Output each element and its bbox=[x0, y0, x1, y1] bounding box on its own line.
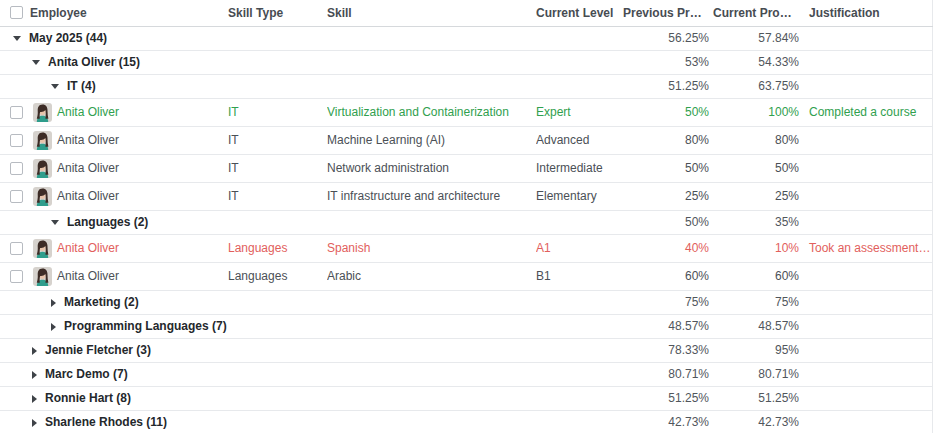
group-label-cell: May 2025 (44) bbox=[0, 26, 623, 50]
employee-name: Anita Oliver bbox=[57, 161, 119, 175]
skill-type: IT bbox=[228, 105, 239, 119]
current-level-cell: Elementary bbox=[536, 182, 623, 210]
caret-right-icon[interactable] bbox=[32, 347, 37, 355]
skill-cell: Network administration bbox=[327, 154, 536, 182]
record-row[interactable]: Anita OliverITNetwork administrationInte… bbox=[0, 154, 933, 182]
skill-type-cell: Languages bbox=[228, 234, 327, 262]
skill-type-cell: IT bbox=[228, 182, 327, 210]
column-header-current-level[interactable]: Current Level bbox=[536, 0, 623, 26]
employee-name: Anita Oliver bbox=[57, 269, 119, 283]
row-checkbox[interactable] bbox=[10, 270, 23, 283]
group-current-progress: 63.75% bbox=[713, 74, 803, 98]
group-label: Jennie Fletcher (3) bbox=[45, 343, 151, 357]
employee: Anita Oliver bbox=[33, 187, 228, 206]
group-label: Marc Demo (7) bbox=[45, 367, 128, 381]
skill-type: Languages bbox=[228, 269, 287, 283]
caret-down-icon[interactable] bbox=[13, 36, 21, 41]
row-checkbox[interactable] bbox=[10, 190, 23, 203]
previous-progress-cell: 80% bbox=[623, 126, 713, 154]
employee-cell: Anita Oliver bbox=[30, 234, 228, 262]
current-level-cell: A1 bbox=[536, 234, 623, 262]
group-justification-cell bbox=[803, 26, 933, 50]
caret-right-icon[interactable] bbox=[51, 323, 56, 331]
group-previous-progress: 53% bbox=[623, 50, 713, 74]
group-justification-cell bbox=[803, 314, 933, 338]
record-row[interactable]: Anita OliverLanguagesArabicB160%60% bbox=[0, 262, 933, 290]
skill: IT infrastructure and architecture bbox=[327, 189, 500, 203]
group-previous-progress: 51.25% bbox=[623, 74, 713, 98]
group-current-progress: 48.57% bbox=[713, 314, 803, 338]
justification-cell bbox=[803, 182, 933, 210]
row-checkbox[interactable] bbox=[10, 134, 23, 147]
current-level: Intermediate bbox=[536, 161, 603, 175]
employee-avatar bbox=[33, 103, 52, 122]
record-row[interactable]: Anita OliverITIT infrastructure and arch… bbox=[0, 182, 933, 210]
skill: Arabic bbox=[327, 269, 361, 283]
current-progress: 60% bbox=[775, 269, 799, 283]
row-checkbox[interactable] bbox=[10, 242, 23, 255]
group-label: Programming Languages (7) bbox=[64, 319, 227, 333]
group-label: Anita Oliver (15) bbox=[48, 55, 140, 69]
previous-progress: 50% bbox=[685, 105, 709, 119]
group-justification-cell bbox=[803, 386, 933, 410]
group-row[interactable]: IT (4)51.25%63.75% bbox=[0, 74, 933, 98]
caret-down-icon[interactable] bbox=[51, 220, 59, 225]
current-progress-cell: 25% bbox=[713, 182, 803, 210]
group-row[interactable]: May 2025 (44)56.25%57.84% bbox=[0, 26, 933, 50]
caret-right-icon[interactable] bbox=[32, 395, 37, 403]
employee-cell: Anita Oliver bbox=[30, 126, 228, 154]
caret-right-icon[interactable] bbox=[32, 371, 37, 379]
group-previous-progress: 80.71% bbox=[623, 362, 713, 386]
employee-avatar bbox=[33, 187, 52, 206]
group-current-progress: 80.71% bbox=[713, 362, 803, 386]
record-row[interactable]: Anita OliverLanguagesSpanishA140%10%Took… bbox=[0, 234, 933, 262]
group-current-progress: 51.25% bbox=[713, 386, 803, 410]
current-progress-cell: 100% bbox=[713, 98, 803, 126]
group-previous-progress: 75% bbox=[623, 290, 713, 314]
group-previous-progress: 48.57% bbox=[623, 314, 713, 338]
skill: Virtualization and Containerization bbox=[327, 105, 509, 119]
select-all-checkbox[interactable] bbox=[10, 6, 23, 19]
group-row[interactable]: Anita Oliver (15)53%54.33% bbox=[0, 50, 933, 74]
current-level-cell: Expert bbox=[536, 98, 623, 126]
group-label: IT (4) bbox=[67, 79, 96, 93]
column-header-employee[interactable]: Employee bbox=[30, 0, 228, 26]
group-row[interactable]: Marketing (2)75%75% bbox=[0, 290, 933, 314]
group-label: Ronnie Hart (8) bbox=[45, 391, 131, 405]
caret-right-icon[interactable] bbox=[32, 419, 37, 427]
row-checkbox[interactable] bbox=[10, 162, 23, 175]
group-justification-cell bbox=[803, 50, 933, 74]
skill-type: IT bbox=[228, 189, 239, 203]
column-header-current-progress[interactable]: Current Progress bbox=[713, 0, 803, 26]
group-row[interactable]: Programming Languages (7)48.57%48.57% bbox=[0, 314, 933, 338]
group-row[interactable]: Languages (2)50%35% bbox=[0, 210, 933, 234]
group-row[interactable]: Jennie Fletcher (3)78.33%95% bbox=[0, 338, 933, 362]
record-row[interactable]: Anita OliverITMachine Learning (AI)Advan… bbox=[0, 126, 933, 154]
previous-progress: 60% bbox=[685, 269, 709, 283]
caret-down-icon[interactable] bbox=[51, 84, 59, 89]
previous-progress-cell: 60% bbox=[623, 262, 713, 290]
employee-avatar bbox=[33, 159, 52, 178]
record-row[interactable]: Anita OliverITVirtualization and Contain… bbox=[0, 98, 933, 126]
previous-progress-cell: 50% bbox=[623, 154, 713, 182]
group-row[interactable]: Sharlene Rhodes (11)42.73%42.73% bbox=[0, 410, 933, 433]
caret-down-icon[interactable] bbox=[32, 60, 40, 65]
group-row[interactable]: Ronnie Hart (8)51.25%51.25% bbox=[0, 386, 933, 410]
column-header-skill[interactable]: Skill bbox=[327, 0, 536, 26]
group-row[interactable]: Marc Demo (7)80.71%80.71% bbox=[0, 362, 933, 386]
employee-cell: Anita Oliver bbox=[30, 182, 228, 210]
column-header-previous-progress[interactable]: Previous Progress bbox=[623, 0, 713, 26]
employee-cell: Anita Oliver bbox=[30, 154, 228, 182]
row-checkbox-cell bbox=[0, 126, 30, 154]
row-checkbox[interactable] bbox=[10, 106, 23, 119]
group-label: Languages (2) bbox=[67, 215, 148, 229]
current-progress-cell: 80% bbox=[713, 126, 803, 154]
table-header-row: Employee Skill Type Skill Current Level … bbox=[0, 0, 933, 26]
skill-type: IT bbox=[228, 133, 239, 147]
column-header-skill-type[interactable]: Skill Type bbox=[228, 0, 327, 26]
skill-cell: Arabic bbox=[327, 262, 536, 290]
column-header-justification[interactable]: Justification bbox=[803, 0, 933, 26]
employee: Anita Oliver bbox=[33, 159, 228, 178]
group-label: Sharlene Rhodes (11) bbox=[45, 415, 167, 429]
caret-right-icon[interactable] bbox=[51, 299, 56, 307]
